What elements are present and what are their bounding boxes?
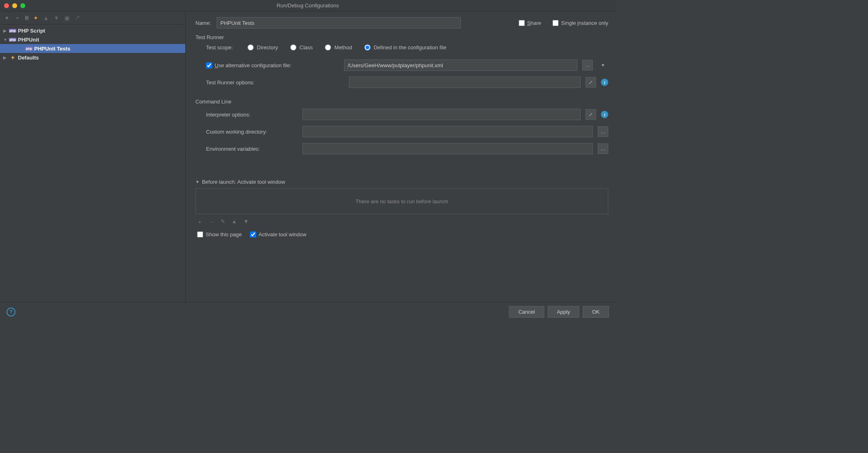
alt-config-input[interactable]: [344, 59, 577, 71]
alt-config-checkbox[interactable]: [206, 62, 212, 68]
cwd-label: Custom working directory:: [206, 129, 267, 135]
env-input[interactable]: [302, 143, 593, 154]
show-page-checkbox[interactable]: [197, 231, 203, 237]
folder-icon[interactable]: ▣: [64, 15, 70, 21]
share-label: SSharehare: [527, 20, 541, 26]
show-page-label: Show this page: [206, 231, 242, 237]
tree-label: Defaults: [18, 55, 39, 61]
command-line-title: Command Line: [195, 99, 608, 105]
window-title: Run/Debug Configurations: [276, 2, 339, 9]
browse-env-button[interactable]: …: [598, 143, 608, 154]
ok-button[interactable]: OK: [583, 306, 609, 318]
scope-method-radio[interactable]: [325, 44, 331, 51]
sort-icon[interactable]: ↓ª: [75, 15, 79, 21]
before-launch-empty-text: There are no tasks to run before launch: [355, 198, 448, 205]
edit-templates-icon[interactable]: ✦: [33, 15, 38, 21]
name-label: Name:: [195, 20, 211, 26]
env-label: Environment variables:: [206, 146, 260, 152]
sidebar-toolbar: ＋ － ⎘ ✦ ▲ ▼ ▣ ↓ª: [0, 11, 185, 24]
name-input[interactable]: [217, 17, 461, 29]
maximize-window-button[interactable]: [20, 3, 25, 8]
before-launch-title: Before launch: Activate tool window: [202, 179, 285, 185]
close-window-button[interactable]: [4, 3, 9, 8]
tree-item-php-script[interactable]: ▶ php PHP Script: [0, 26, 185, 35]
expand-runner-options-button[interactable]: ⤢: [585, 77, 596, 88]
cancel-button[interactable]: Cancel: [509, 306, 544, 318]
scope-method-label: Method: [334, 44, 352, 51]
runner-options-input[interactable]: [349, 77, 581, 88]
tree-label: PHPUnit Tests: [34, 46, 70, 52]
browse-config-button[interactable]: …: [582, 60, 593, 70]
config-sidebar: ＋ － ⎘ ✦ ▲ ▼ ▣ ↓ª ▶ php PHP Script ▼ php …: [0, 11, 186, 302]
runner-options-label: Test Runner options:: [206, 79, 254, 86]
browse-cwd-button[interactable]: …: [598, 126, 608, 137]
interpreter-options-label: Interpreter options:: [206, 112, 250, 118]
move-down-icon[interactable]: ▼: [54, 15, 59, 21]
gear-icon: ✦: [9, 55, 16, 60]
test-scope-label: Test scope:: [206, 44, 233, 51]
scope-directory-radio[interactable]: [248, 44, 254, 51]
scope-class-label: Class: [300, 44, 313, 51]
move-task-down-icon[interactable]: ▼: [243, 218, 249, 226]
cwd-input[interactable]: [302, 126, 593, 137]
tree-item-phpunit[interactable]: ▼ php PHPUnit: [0, 35, 185, 44]
scope-config-label: Defined in the configuration file: [374, 44, 447, 51]
detail-panel: Name: SSharehare Single instance onlySin…: [188, 11, 616, 302]
before-launch-toolbar: ＋ － ✎ ▲ ▼: [195, 214, 608, 230]
php-icon: php: [9, 29, 17, 33]
scope-class-radio[interactable]: [290, 44, 296, 51]
alt-config-label: Use alternative configuration file:Use a…: [215, 62, 292, 68]
single-instance-checkbox[interactable]: [552, 20, 559, 26]
move-task-up-icon[interactable]: ▲: [232, 218, 237, 226]
before-launch-header[interactable]: ▼ Before launch: Activate tool window: [195, 179, 608, 185]
tree-item-phpunit-tests[interactable]: php PHPUnit Tests: [0, 44, 185, 53]
php-icon: php: [25, 47, 33, 51]
edit-task-icon[interactable]: ✎: [221, 218, 225, 226]
config-settings-icon[interactable]: ✦: [598, 60, 608, 70]
info-icon[interactable]: i: [601, 111, 608, 118]
tree-label: PHP Script: [18, 28, 45, 34]
remove-task-icon[interactable]: －: [209, 218, 214, 226]
expand-arrow-icon: ▶: [3, 29, 9, 33]
share-checkbox[interactable]: [519, 20, 525, 26]
tree-label: PHPUnit: [18, 37, 39, 43]
test-runner-title: Test Runner: [195, 34, 608, 40]
minimize-window-button[interactable]: [12, 3, 17, 8]
activate-window-label: Activate tool window: [259, 231, 307, 237]
apply-button[interactable]: Apply: [548, 306, 580, 318]
before-launch-tasks-list: There are no tasks to run before launch: [195, 188, 608, 214]
scope-directory-label: Directory: [257, 44, 278, 51]
move-up-icon[interactable]: ▲: [43, 15, 49, 21]
expand-arrow-icon: ▶: [3, 55, 9, 60]
php-icon: php: [9, 38, 17, 42]
interpreter-options-input[interactable]: [302, 109, 581, 120]
collapse-arrow-icon: ▼: [195, 180, 199, 184]
tree-item-defaults[interactable]: ▶ ✦ Defaults: [0, 53, 185, 62]
add-task-icon[interactable]: ＋: [197, 218, 202, 226]
help-icon[interactable]: ?: [7, 308, 15, 317]
add-config-icon[interactable]: ＋: [4, 14, 10, 22]
single-instance-label: Single instance onlySingle instance only: [561, 20, 608, 26]
titlebar: Run/Debug Configurations: [0, 0, 616, 11]
info-icon[interactable]: i: [601, 79, 608, 86]
activate-window-checkbox[interactable]: [250, 231, 256, 237]
remove-config-icon[interactable]: －: [15, 14, 20, 22]
copy-config-icon[interactable]: ⎘: [25, 15, 28, 21]
scope-config-radio[interactable]: [364, 44, 370, 51]
collapse-arrow-icon: ▼: [3, 37, 9, 42]
expand-interpreter-options-button[interactable]: ⤢: [585, 109, 596, 120]
config-tree: ▶ php PHP Script ▼ php PHPUnit php PHPUn…: [0, 24, 185, 302]
dialog-footer: ? Cancel Apply OK: [0, 302, 616, 321]
